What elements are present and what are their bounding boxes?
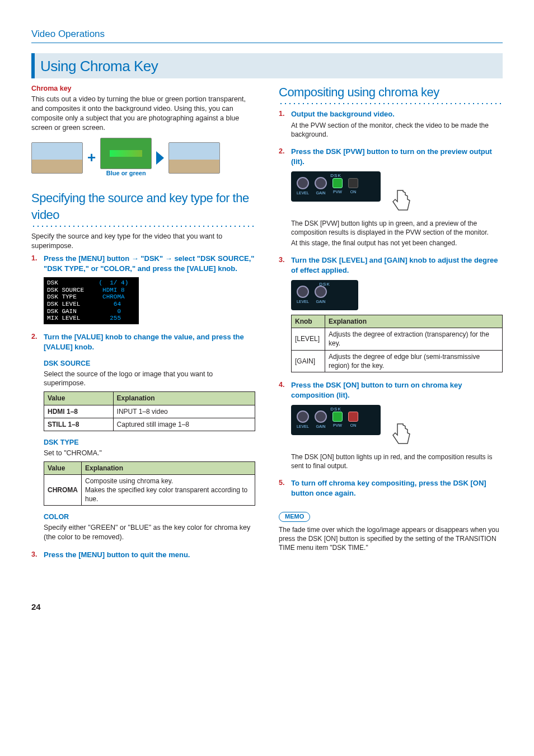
dsk-source-heading: DSK SOURCE [44, 359, 255, 368]
col-explanation: Explanation [113, 392, 255, 405]
green-screen-thumb [100, 138, 152, 169]
dsk-source-table: ValueExplanation HDMI 1–8INPUT 1–8 video… [44, 391, 255, 431]
right-column: Compositing using chroma key Output the … [279, 84, 503, 568]
r-step1-title: Output the background video. [291, 110, 395, 118]
memo-badge: MEMO [279, 512, 310, 522]
step1-text-a: Press the [MENU] button [44, 254, 132, 263]
right-step-5: To turn off chroma key compositing, pres… [279, 478, 503, 498]
cell: INPUT 1–8 video [113, 405, 255, 418]
section-heading-bar: Using Chroma Key [31, 53, 503, 78]
right-step-2: Press the DSK [PVW] button to turn on th… [279, 147, 503, 248]
cell: Captured still image 1–8 [113, 418, 255, 431]
r-step2-body-b: At this stage, the final output has not … [291, 239, 503, 248]
left-step-2: Turn the [VALUE] knob to change the valu… [31, 332, 255, 542]
level-knob-icon [297, 410, 309, 423]
blue-or-green-caption: Blue or green [100, 169, 152, 178]
step1-text-b: "DSK" [140, 254, 165, 263]
r-step2-title: Press the DSK [PVW] button to turn on th… [291, 147, 492, 166]
r-step2-body-a: The DSK [PVW] button lights up in green,… [291, 219, 503, 237]
subheading-compositing: Compositing using chroma key [279, 84, 503, 101]
chroma-key-description: This cuts out a video by turning the blu… [31, 95, 255, 133]
col-knob: Knob [292, 315, 325, 328]
arrow-icon: → [132, 254, 139, 263]
color-heading: COLOR [44, 512, 255, 522]
knob-table: KnobExplanation [LEVEL]Adjusts the degre… [291, 315, 503, 372]
dsk-panel-label: DSK [319, 282, 330, 288]
dotted-rule [31, 225, 255, 227]
dsk-panel-on-figure: DSK LEVEL GAIN PVW ON [291, 405, 381, 435]
r-step5-title: To turn off chroma key compositing, pres… [291, 479, 486, 497]
left-step-1: Press the [MENU] button → "DSK" → select… [31, 254, 255, 324]
section-heading: Using Chroma Key [40, 57, 497, 76]
dotted-rule [279, 102, 503, 105]
left-step-3: Press the [MENU] button to quit the menu… [31, 550, 255, 560]
right-step-3: Turn the DSK [LEVEL] and [GAIN] knob to … [279, 255, 503, 372]
pvw-button-icon [332, 178, 343, 188]
cell: CHROMA [44, 474, 82, 506]
cell: Adjusts the degree of edge blur (semi-tr… [325, 350, 503, 372]
subheading-source-key: Specifying the source and key type for t… [31, 190, 255, 223]
dsk-panel-figure: DSK LEVEL GAIN PVW ON [291, 171, 381, 202]
col-explanation: Explanation [325, 315, 503, 328]
memo-body: The fade time over which the logo/image … [279, 525, 503, 553]
right-step-1: Output the background video. At the PVW … [279, 109, 503, 139]
r-step4-title: Press the DSK [ON] button to turn on chr… [291, 381, 462, 399]
level-knob-icon [297, 286, 309, 298]
cell: Adjusts the degree of extraction (transp… [325, 328, 503, 350]
hand-cursor-icon [386, 418, 420, 452]
hand-cursor-icon [386, 185, 420, 218]
right-step-4: Press the DSK [ON] button to turn on chr… [279, 380, 503, 470]
step2-title: Turn the [VALUE] knob to change the valu… [44, 333, 244, 351]
on-button-icon [348, 412, 358, 422]
dsk-source-desc: Select the source of the logo or image t… [44, 370, 255, 389]
arrow-icon: → [165, 254, 172, 263]
dsk-type-table: ValueExplanation CHROMA Composite using … [44, 461, 255, 506]
chroma-key-label: Chroma key [31, 84, 255, 94]
bg-video-thumb [31, 142, 83, 174]
dsk-type-heading: DSK TYPE [44, 438, 255, 447]
cell: HDMI 1–8 [44, 405, 114, 418]
step3-title: Press the [MENU] button to quit the menu… [44, 550, 190, 559]
lcd-menu-screenshot: DSK ( 1/ 4) DSK SOURCE HDMI 8 DSK TYPE C… [44, 277, 139, 324]
color-desc: Specify either "GREEN" or "BLUE" as the … [44, 523, 255, 542]
left-column: Chroma key This cuts out a video by turn… [31, 84, 255, 568]
arrow-right-icon [156, 151, 164, 165]
breadcrumb: Video Operations [31, 28, 503, 43]
cell: Composite using chroma key. Makes the sp… [82, 474, 255, 506]
col-explanation: Explanation [82, 461, 255, 474]
dsk-type-desc: Set to "CHROMA." [44, 449, 255, 458]
dsk-panel-knobs-figure: DSK LEVEL GAIN [291, 280, 358, 310]
plus-icon: + [87, 148, 96, 167]
dsk-panel-label: DSK [330, 407, 341, 413]
page-number: 24 [31, 601, 503, 613]
cell: [LEVEL] [292, 328, 325, 350]
col-value: Value [44, 392, 114, 405]
gain-knob-icon [315, 410, 327, 423]
r-step4-body: The DSK [ON] button lights up in red, an… [291, 452, 503, 470]
r-step3-title: Turn the DSK [LEVEL] and [GAIN] knob to … [291, 256, 498, 274]
pvw-button-icon [332, 412, 343, 422]
dsk-panel-label: DSK [330, 173, 341, 179]
r-step1-body: At the PVW section of the monitor, check… [291, 121, 503, 139]
cell: [GAIN] [292, 350, 325, 372]
cell: STILL 1–8 [44, 418, 114, 431]
subheading-source-key-desc: Specify the source and key type for the … [31, 232, 255, 251]
level-knob-icon [297, 177, 309, 189]
on-button-icon [348, 178, 358, 188]
chroma-key-figure: + Blue or green [31, 138, 255, 178]
col-value: Value [44, 461, 82, 474]
composite-result-thumb [168, 142, 220, 174]
gain-knob-icon [315, 177, 327, 189]
